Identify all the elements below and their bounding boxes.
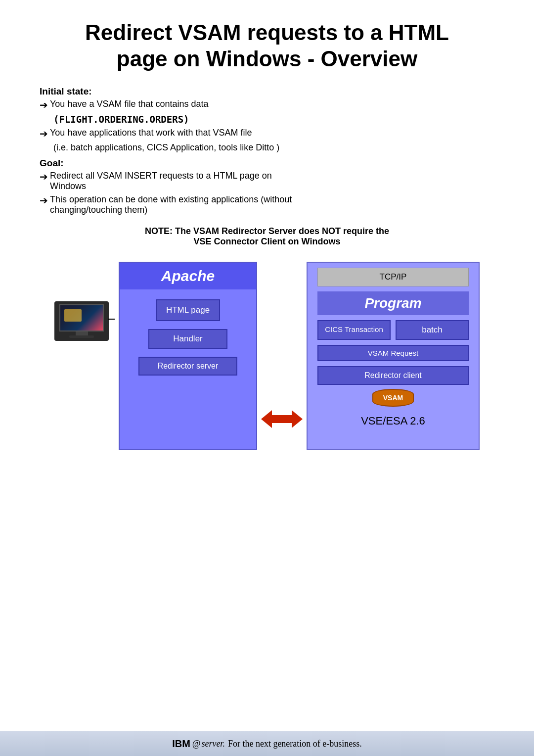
arrow-right [292, 410, 303, 428]
at-sign: @ [192, 739, 201, 749]
html-page-box: HTML page [156, 299, 220, 321]
vse-box: TCP/IP Program CICS Transaction batch VS… [307, 262, 480, 450]
monitor-image [54, 301, 114, 346]
html-page-text: HTML page [166, 305, 210, 315]
apache-inner: HTML page Handler Redirector server [120, 289, 256, 385]
arrow-icon-1: ➔ [40, 99, 48, 111]
vse-esa-label: VSE/ESA 2.6 [308, 411, 479, 432]
note-line2: VSE Connector Client on Windows [194, 236, 341, 246]
bullet-vsam-file: ➔ You have a VSAM file that contains dat… [40, 99, 494, 111]
batch-text: batch [422, 325, 443, 334]
arrow-icon-2: ➔ [40, 128, 48, 140]
tagline-text: For the next generation of e-business. [228, 739, 362, 749]
arrow-icon-4: ➔ [40, 194, 48, 206]
monitor-body [54, 301, 109, 341]
page-title: Redirect VSAM requests to a HTML page on… [40, 20, 494, 72]
tcpip-box: TCP/IP [317, 268, 469, 286]
goal-label: Goal: [40, 158, 494, 169]
ibm-logo: IBM [172, 738, 190, 750]
bullet-existing-apps: ➔ This operation can be done with existi… [40, 194, 494, 215]
title-line1: Redirect VSAM requests to a HTML [85, 20, 449, 45]
program-header: Program [317, 291, 469, 315]
bullet-redirect: ➔ Redirect all VSAM INSERT requests to a… [40, 171, 494, 191]
bullet-applications: ➔ You have applications that work with t… [40, 128, 494, 140]
cics-text: CICS Transaction [325, 325, 383, 333]
vsam-filename-text: (FLIGHT.ORDERING.ORDERS) [53, 114, 189, 125]
vsam-file-name: (FLIGHT.ORDERING.ORDERS) [53, 114, 494, 125]
title-line2: page on Windows - Overview [117, 47, 417, 71]
double-arrow-connector [261, 410, 303, 428]
vsam-request-box: VSAM Request [317, 345, 469, 361]
batch-box: batch [396, 320, 469, 340]
bullet-redirect-text: Redirect all VSAM INSERT requests to a H… [50, 171, 272, 191]
monitor-connector-line [108, 319, 115, 320]
apache-header: Apache [120, 263, 256, 289]
vsam-request-text: VSAM Request [368, 349, 419, 357]
vsam-cylinder: VSAM [372, 389, 414, 407]
arrow-left [261, 410, 272, 428]
redirector-client-box: Redirector client [317, 366, 469, 385]
bullet-text-2: You have applications that work with tha… [50, 128, 252, 138]
program-text: Program [364, 295, 421, 311]
double-arrow [261, 410, 303, 428]
server-text: server. [201, 739, 225, 749]
bullet-existing-text: This operation can be done with existing… [50, 194, 292, 215]
vsam-text: VSAM [383, 394, 403, 402]
arrow-body [272, 415, 292, 423]
redirector-client-text: Redirector client [364, 371, 422, 379]
sub-text: (i.e. batch applications, CICS Applicati… [53, 142, 494, 153]
cics-batch-row: CICS Transaction batch [317, 320, 469, 340]
handler-text: Handler [173, 334, 203, 343]
bullet-text-1: You have a VSAM file that contains data [50, 99, 209, 109]
arrow-icon-3: ➔ [40, 171, 48, 183]
diagram-container: Apache HTML page Handler Redirector serv… [40, 262, 494, 450]
cics-box: CICS Transaction [317, 320, 391, 340]
note-line1: NOTE: The VSAM Redirector Server does NO… [145, 226, 389, 236]
initial-state-label: Initial state: [40, 86, 494, 97]
footer: IBM @ server. For the next generation of… [0, 731, 534, 756]
apache-box: Apache HTML page Handler Redirector serv… [119, 262, 257, 450]
redirector-server-box: Redirector server [138, 357, 237, 376]
tcpip-text: TCP/IP [380, 272, 407, 282]
redirector-server-text: Redirector server [158, 362, 219, 370]
handler-box: Handler [148, 329, 227, 349]
vsam-oval: VSAM [308, 389, 479, 407]
monitor-screen [59, 304, 104, 331]
note-block: NOTE: The VSAM Redirector Server does NO… [40, 226, 494, 247]
